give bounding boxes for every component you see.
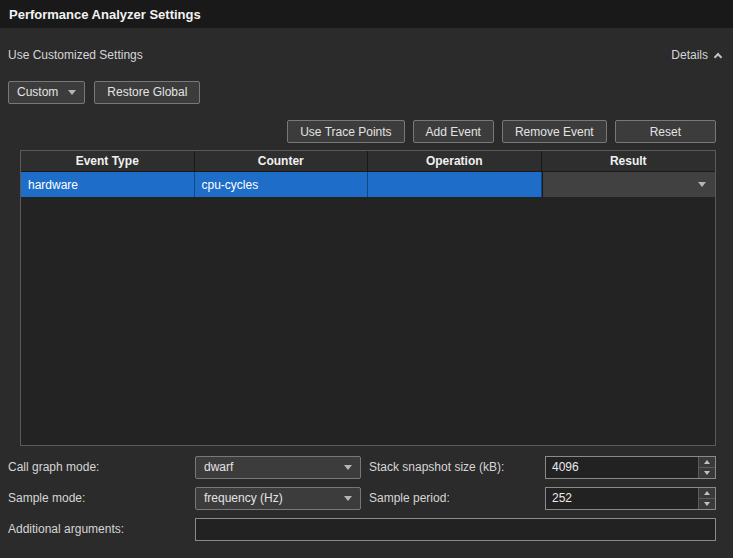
column-header-result[interactable]: Result (542, 151, 716, 171)
use-trace-points-button[interactable]: Use Trace Points (287, 120, 404, 143)
additional-arguments-label: Additional arguments: (8, 522, 195, 536)
column-header-operation[interactable]: Operation (368, 151, 542, 171)
column-header-event-type[interactable]: Event Type (21, 151, 195, 171)
settings-toolbar: Custom Restore Global (0, 80, 733, 104)
form-row-sample-mode: Sample mode: frequency (Hz) Sample perio… (0, 487, 733, 509)
stack-snapshot-size-input[interactable] (545, 456, 716, 479)
chevron-down-icon (698, 182, 706, 187)
stack-snapshot-spin-buttons (698, 457, 715, 478)
spin-up-button[interactable] (699, 488, 715, 498)
arrow-down-icon (704, 502, 710, 506)
chevron-down-icon (344, 465, 352, 470)
reset-button[interactable]: Reset (615, 120, 716, 143)
chevron-up-icon (714, 52, 722, 60)
call-graph-mode-label: Call graph mode: (8, 460, 195, 474)
cell-event-type[interactable]: hardware (21, 172, 195, 197)
sample-period-input[interactable] (545, 487, 716, 510)
chevron-down-icon (68, 90, 76, 95)
chevron-down-icon (344, 496, 352, 501)
restore-global-button[interactable]: Restore Global (94, 81, 200, 104)
arrow-down-icon (704, 471, 710, 475)
title-bar: Performance Analyzer Settings (0, 0, 733, 28)
cell-operation[interactable] (368, 172, 542, 197)
stack-snapshot-size-stepper (545, 456, 716, 479)
sample-period-spin-buttons (698, 488, 715, 509)
event-actions-row: Use Trace Points Add Event Remove Event … (0, 120, 733, 143)
arrow-up-icon (704, 460, 710, 464)
remove-event-button[interactable]: Remove Event (502, 120, 607, 143)
spin-up-button[interactable] (699, 457, 715, 467)
call-graph-mode-dropdown[interactable]: dwarf (195, 456, 361, 479)
sample-period-stepper (545, 487, 716, 510)
details-toggle[interactable]: Details (671, 48, 721, 62)
spin-down-button[interactable] (699, 498, 715, 509)
cell-result-dropdown[interactable] (542, 172, 716, 197)
sample-mode-value: frequency (Hz) (204, 491, 283, 505)
arrow-up-icon (704, 491, 710, 495)
form-row-additional-arguments: Additional arguments: (0, 518, 733, 540)
call-graph-mode-value: dwarf (204, 460, 233, 474)
table-row[interactable]: hardware cpu-cycles (21, 172, 715, 197)
sample-mode-dropdown[interactable]: frequency (Hz) (195, 487, 361, 510)
column-header-counter[interactable]: Counter (195, 151, 369, 171)
cell-counter[interactable]: cpu-cycles (195, 172, 369, 197)
performance-analyzer-settings-window: Performance Analyzer Settings Use Custom… (0, 0, 733, 558)
form-row-call-graph: Call graph mode: dwarf Stack snapshot si… (0, 456, 733, 478)
page-title: Performance Analyzer Settings (9, 7, 201, 22)
events-table-empty-area (21, 197, 715, 445)
details-label: Details (671, 48, 708, 62)
use-customized-settings-label: Use Customized Settings (8, 48, 143, 62)
additional-arguments-input[interactable] (195, 518, 716, 541)
settings-header-row: Use Customized Settings Details (0, 46, 733, 64)
stack-snapshot-size-label: Stack snapshot size (kB): (361, 460, 545, 474)
spin-down-button[interactable] (699, 467, 715, 478)
settings-profile-value: Custom (17, 85, 58, 99)
sample-period-label: Sample period: (361, 491, 545, 505)
sampling-settings-form: Call graph mode: dwarf Stack snapshot si… (0, 456, 733, 540)
settings-profile-dropdown[interactable]: Custom (8, 81, 85, 104)
events-table: Event Type Counter Operation Result hard… (20, 150, 716, 446)
events-table-header: Event Type Counter Operation Result (21, 151, 715, 172)
sample-mode-label: Sample mode: (8, 491, 195, 505)
add-event-button[interactable]: Add Event (413, 120, 494, 143)
